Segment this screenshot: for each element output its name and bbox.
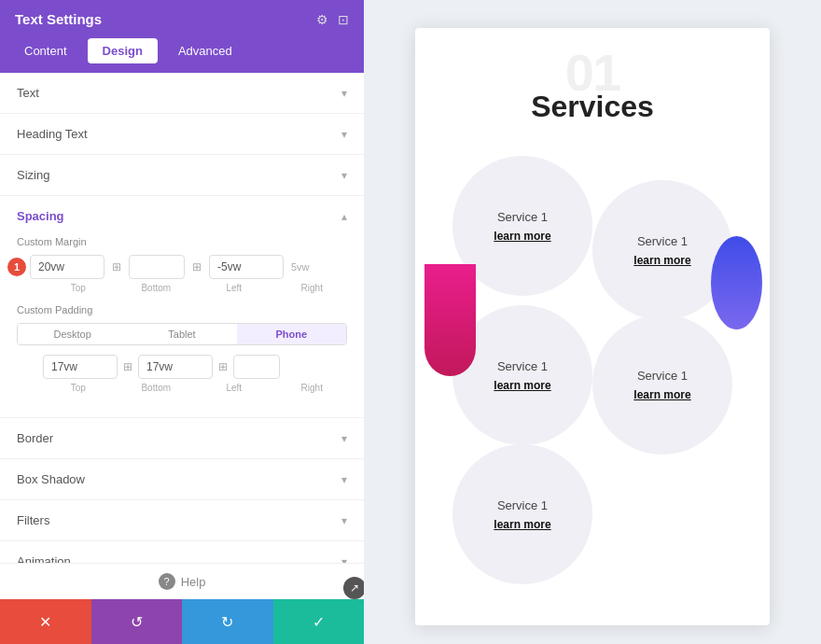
custom-padding-label: Custom Padding bbox=[17, 304, 347, 315]
section-sizing[interactable]: Sizing ▾ bbox=[0, 155, 364, 196]
custom-margin-label: Custom Margin bbox=[17, 236, 347, 247]
step-badge: 1 bbox=[7, 258, 26, 276]
expand-icon[interactable]: ⊡ bbox=[338, 12, 349, 27]
margin-top-input[interactable] bbox=[30, 255, 104, 279]
undo-button[interactable]: ↺ bbox=[91, 599, 183, 644]
ptab-desktop[interactable]: Desktop bbox=[18, 324, 127, 344]
panel-footer: ? Help bbox=[0, 563, 364, 599]
preview-title: Services bbox=[415, 90, 770, 124]
margin-top-label: Top bbox=[43, 283, 114, 293]
section-filters-label: Filters bbox=[17, 513, 49, 527]
spacing-toggle[interactable]: Spacing ▴ bbox=[17, 209, 347, 223]
margin-row: 1 ⊞ ⊞ 5vw bbox=[17, 255, 347, 279]
section-heading-label: Heading Text bbox=[17, 127, 88, 141]
chevron-down-icon: ▾ bbox=[341, 432, 347, 445]
padding-left-input[interactable] bbox=[233, 355, 280, 379]
confirm-button[interactable]: ✓ bbox=[273, 599, 365, 644]
section-heading-text[interactable]: Heading Text ▾ bbox=[0, 114, 364, 155]
link-icon-2[interactable]: ⊞ bbox=[192, 260, 202, 273]
section-border-label: Border bbox=[17, 431, 53, 445]
learn-more-link[interactable]: learn more bbox=[633, 254, 690, 267]
panel-title: Text Settings bbox=[15, 11, 102, 27]
learn-more-link[interactable]: learn more bbox=[494, 230, 550, 243]
ptab-tablet[interactable]: Tablet bbox=[127, 324, 236, 344]
padding-bottom-label: Bottom bbox=[121, 383, 192, 393]
margin-bottom-label: Bottom bbox=[121, 283, 192, 293]
redo-button[interactable]: ↻ bbox=[182, 599, 273, 644]
chevron-down-icon: ▾ bbox=[341, 514, 347, 527]
cancel-button[interactable]: ✕ bbox=[0, 599, 91, 644]
circles-container: Service 1 learn more Service 1 learn mor… bbox=[415, 133, 770, 607]
chevron-down-icon: ▾ bbox=[341, 169, 347, 182]
padding-tabs: Desktop Tablet Phone bbox=[17, 323, 347, 345]
settings-icon[interactable]: ⚙ bbox=[316, 12, 328, 27]
corner-icon: ↗ bbox=[343, 577, 366, 599]
service-circle-4: Service 1 learn more bbox=[592, 315, 732, 455]
service-name: Service 1 bbox=[497, 359, 548, 373]
tab-content[interactable]: Content bbox=[9, 38, 82, 63]
margin-labels: Top Bottom Left Right bbox=[17, 283, 347, 293]
page-preview: 01 Services Service 1 learn more bbox=[415, 28, 770, 625]
margin-right-label: Right bbox=[277, 283, 348, 293]
margin-left-label: Left bbox=[199, 283, 270, 293]
service-name: Service 1 bbox=[497, 210, 548, 224]
tab-design[interactable]: Design bbox=[88, 38, 158, 63]
section-text-label: Text bbox=[17, 86, 39, 100]
padding-labels: Top Bottom Left Right bbox=[43, 383, 347, 393]
learn-more-link[interactable]: learn more bbox=[633, 388, 690, 401]
help-icon: ? bbox=[159, 573, 175, 590]
preview-header: 01 Services bbox=[415, 28, 770, 133]
margin-left-input[interactable] bbox=[209, 255, 284, 279]
tab-advanced[interactable]: Advanced bbox=[163, 38, 247, 63]
action-bar: ✕ ↺ ↻ ✓ bbox=[0, 599, 364, 644]
help-button[interactable]: ? Help bbox=[159, 573, 206, 590]
spacing-label: Spacing bbox=[17, 209, 64, 223]
section-box-shadow-label: Box Shadow bbox=[17, 472, 85, 486]
learn-more-link[interactable]: learn more bbox=[494, 518, 550, 531]
section-animation[interactable]: Animation ▾ bbox=[0, 541, 364, 563]
padding-right-label: Right bbox=[277, 383, 348, 393]
panel-header-icons: ⚙ ⊡ bbox=[316, 12, 349, 27]
service-name: Service 1 bbox=[637, 234, 688, 248]
padding-row: ⊞ ⊞ bbox=[43, 355, 347, 379]
blue-accent-shape bbox=[711, 236, 762, 329]
tabs-bar: Content Design Advanced bbox=[0, 38, 364, 73]
chevron-down-icon: ▾ bbox=[341, 87, 347, 100]
padding-top-input[interactable] bbox=[43, 355, 118, 379]
margin-bottom-input[interactable] bbox=[129, 255, 185, 279]
section-animation-label: Animation bbox=[17, 554, 71, 563]
service-circle-2: Service 1 learn more bbox=[592, 180, 732, 320]
spacing-section: Spacing ▴ Custom Margin 1 ⊞ ⊞ 5vw Top Bo… bbox=[0, 196, 364, 418]
pink-accent-shape bbox=[424, 264, 476, 376]
section-box-shadow[interactable]: Box Shadow ▾ bbox=[0, 459, 364, 500]
chevron-down-icon: ▾ bbox=[341, 128, 347, 141]
panel-body: Text ▾ Heading Text ▾ Sizing ▾ Spacing ▴… bbox=[0, 73, 364, 563]
section-text[interactable]: Text ▾ bbox=[0, 73, 364, 114]
padding-bottom-input[interactable] bbox=[138, 355, 213, 379]
margin-sep: 5vw bbox=[291, 261, 310, 273]
section-border[interactable]: Border ▾ bbox=[0, 418, 364, 459]
learn-more-link[interactable]: learn more bbox=[494, 379, 550, 392]
section-filters[interactable]: Filters ▾ bbox=[0, 500, 364, 541]
right-panel: 01 Services Service 1 learn more bbox=[364, 0, 821, 644]
ptab-phone[interactable]: Phone bbox=[237, 324, 346, 344]
panel-header: Text Settings ⚙ ⊡ bbox=[0, 0, 364, 38]
service-name: Service 1 bbox=[637, 369, 688, 383]
link-icon[interactable]: ⊞ bbox=[112, 260, 121, 273]
service-circle-5: Service 1 learn more bbox=[452, 444, 592, 584]
chevron-down-icon: ▾ bbox=[341, 473, 347, 486]
padding-left-label: Left bbox=[199, 383, 270, 393]
service-name: Service 1 bbox=[497, 498, 548, 512]
padding-link-icon-2[interactable]: ⊞ bbox=[218, 360, 228, 373]
help-label: Help bbox=[181, 575, 206, 589]
padding-top-label: Top bbox=[43, 383, 114, 393]
padding-link-icon[interactable]: ⊞ bbox=[123, 360, 132, 373]
services-grid: Service 1 learn more Service 1 learn mor… bbox=[452, 143, 732, 597]
chevron-down-icon: ▾ bbox=[341, 555, 347, 564]
left-panel: Text Settings ⚙ ⊡ Content Design Advance… bbox=[0, 0, 364, 644]
section-sizing-label: Sizing bbox=[17, 168, 49, 182]
step-wrapper: 1 bbox=[17, 255, 104, 279]
chevron-up-icon: ▴ bbox=[341, 210, 347, 223]
